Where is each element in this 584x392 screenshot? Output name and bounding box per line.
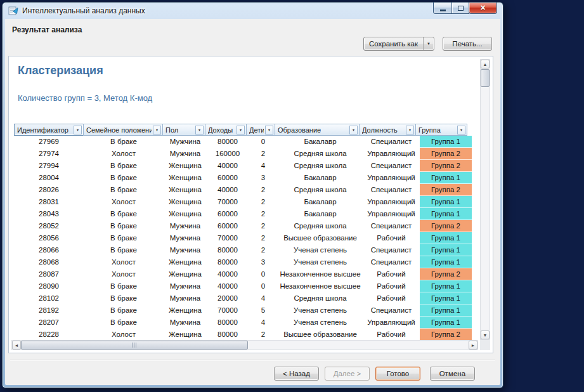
column-header-3[interactable]: Доходы▾	[205, 124, 247, 136]
column-header-label: Доходы	[208, 126, 233, 134]
table-row[interactable]: 28090В бракеМужчина400000Незаконченное в…	[14, 280, 472, 292]
close-button[interactable]: ×	[469, 2, 497, 14]
table-cell: В браке	[84, 172, 164, 184]
table-row[interactable]: 27974ХолостМужчина1600002Средняя школаУп…	[14, 148, 472, 160]
table-cell: 80000	[207, 329, 249, 341]
table-cell: Специалист	[363, 304, 420, 317]
table-cell: 80000	[207, 136, 249, 148]
dialog-body: Результат анализа Сохранить как ▼ Печать…	[5, 19, 500, 385]
table-cell: 4	[249, 317, 278, 329]
column-filter-button[interactable]: ▾	[265, 126, 273, 134]
column-filter-button[interactable]: ▾	[457, 126, 465, 134]
table-cell: Управляющий	[363, 317, 420, 329]
scrollbar-corner	[480, 340, 490, 350]
column-header-7[interactable]: Группа▾	[415, 124, 467, 136]
table-cell: В браке	[84, 304, 164, 317]
table-cell: Незаконченное высшее	[278, 268, 363, 280]
column-filter-button[interactable]: ▾	[153, 126, 161, 134]
chevron-down-icon: ▼	[427, 42, 431, 46]
table-cell: Холост	[84, 268, 164, 280]
table-cell: Мужчина	[164, 136, 207, 148]
cancel-button[interactable]: Отмена	[430, 367, 475, 381]
column-filter-button[interactable]: ▾	[195, 126, 204, 134]
column-filter-button[interactable]: ▾	[237, 126, 245, 134]
save-as-button[interactable]: Сохранить как ▼	[363, 37, 434, 51]
table-cell: 28031	[14, 196, 84, 208]
horizontal-scroll-thumb[interactable]	[21, 341, 248, 350]
table-cell: Управляющий	[363, 148, 420, 160]
table-cell: Мужчина	[164, 220, 207, 232]
titlebar[interactable]: Интеллектуальный анализ данных ×	[3, 3, 503, 18]
table-cell: Женщина	[164, 196, 207, 208]
table-cell: 2	[249, 148, 278, 160]
table-cell: Ученая степень	[278, 317, 363, 329]
table-cell: Рабочий	[363, 280, 420, 292]
table-row[interactable]: 28043В бракеЖенщина600002БакалаврУправля…	[14, 208, 472, 220]
table-row[interactable]: 28102В бракеМужчина200004Средняя школаРа…	[14, 292, 472, 304]
table-row[interactable]: 28068ХолостЖенщина800003Ученая степеньСп…	[14, 256, 472, 268]
table-row[interactable]: 28052В бракеМужчина600002Средняя школаСп…	[14, 220, 472, 232]
maximize-icon	[458, 6, 464, 11]
table-cell: Женщина	[164, 329, 207, 341]
print-button[interactable]: Печать...	[443, 37, 492, 51]
table-cell: Незаконченное высшее	[278, 280, 363, 292]
vertical-scrollbar[interactable]: ▲ ▼	[480, 59, 490, 340]
table-cell: 28228	[14, 329, 84, 341]
table-cell: В браке	[84, 292, 164, 304]
column-header-0[interactable]: Идентификатор▾	[14, 124, 84, 136]
column-header-4[interactable]: Дети▾	[246, 124, 275, 136]
table-row[interactable]: 28026В бракеЖенщина400002Средняя школаСп…	[14, 184, 472, 196]
up-arrow-icon: ▲	[483, 62, 488, 67]
scroll-up-button[interactable]: ▲	[481, 60, 490, 69]
finish-button[interactable]: Готово	[375, 367, 420, 381]
table-cell: 27974	[14, 148, 84, 160]
table-cell: Специалист	[363, 136, 420, 148]
table-cell: 2	[249, 329, 278, 341]
table-row[interactable]: 28031ХолостЖенщина700002БакалаврУправляю…	[14, 196, 472, 208]
back-button[interactable]: < Назад	[274, 367, 319, 381]
table-cell: 80000	[207, 244, 249, 256]
table-row[interactable]: 28066В бракеМужчина800002Ученая степеньС…	[14, 244, 472, 256]
column-header-6[interactable]: Должность▾	[359, 124, 416, 136]
table-row[interactable]: 28192В бракеЖенщина700005Ученая степеньС…	[14, 304, 472, 317]
table-cell: 2	[249, 244, 278, 256]
column-header-label: Идентификатор	[17, 126, 68, 134]
minimize-button[interactable]	[433, 2, 452, 14]
scroll-left-button[interactable]: ◄	[12, 341, 21, 350]
table-row[interactable]: 28056В бракеМужчина700002Высшее образова…	[14, 232, 472, 244]
table-cell: Бакалавр	[278, 196, 363, 208]
table-row[interactable]: 28207В бракеМужчина800004Ученая степеньУ…	[14, 317, 472, 329]
horizontal-scrollbar[interactable]: ◄ ►	[11, 340, 478, 350]
table-body: 27969В бракеМужчина800000БакалаврСпециал…	[14, 136, 472, 341]
column-header-5[interactable]: Образование▾	[275, 124, 360, 136]
table-row[interactable]: 28087ХолостЖенщина400000Незаконченное вы…	[14, 268, 472, 280]
vertical-scroll-thumb[interactable]	[481, 69, 490, 87]
table-cell: Средняя школа	[278, 160, 363, 172]
table-cell: 28102	[14, 292, 84, 304]
table-cell: Мужчина	[164, 244, 207, 256]
table-row[interactable]: 28228ХолостЖенщина800002Высшее образован…	[14, 329, 472, 341]
column-filter-button[interactable]: ▾	[406, 126, 414, 134]
column-filter-button[interactable]: ▾	[349, 126, 358, 134]
table-cell: 0	[249, 136, 278, 148]
table-cell: 28004	[14, 172, 84, 184]
column-header-1[interactable]: Семейное положение▾	[83, 124, 163, 136]
scroll-down-button[interactable]: ▼	[481, 330, 490, 339]
table-row[interactable]: 28004В бракеЖенщина600003БакалаврУправля…	[14, 172, 472, 184]
table-row[interactable]: 27994В бракеЖенщина400004Средняя школаСп…	[14, 160, 472, 172]
table-cell: 60000	[207, 208, 249, 220]
column-header-label: Дети	[249, 126, 264, 134]
save-as-dropdown[interactable]: ▼	[423, 37, 434, 50]
table-cell: 2	[249, 184, 278, 196]
table-cell: 60000	[207, 220, 249, 232]
table-cell: 40000	[207, 160, 249, 172]
group-badge: Группа 1	[420, 304, 472, 317]
group-badge: Группа 2	[420, 220, 472, 232]
column-header-2[interactable]: Пол▾	[162, 124, 205, 136]
column-filter-button[interactable]: ▾	[74, 126, 82, 134]
table-row[interactable]: 27969В бракеМужчина800000БакалаврСпециал…	[14, 136, 472, 148]
scroll-right-button[interactable]: ►	[469, 341, 477, 350]
maximize-button[interactable]	[451, 2, 469, 14]
table-cell: В браке	[84, 208, 164, 220]
app-icon	[8, 6, 18, 16]
